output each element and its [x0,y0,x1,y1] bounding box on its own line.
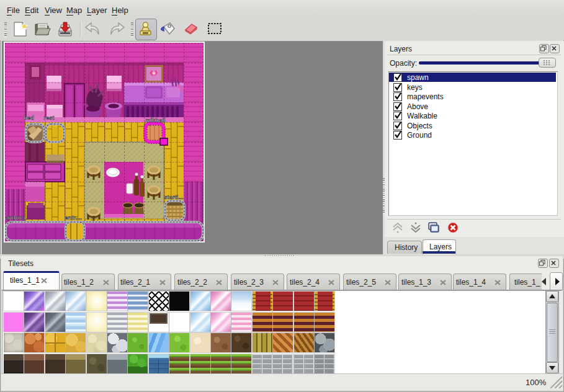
svg-text:rest: rest [43,114,55,121]
svg-text:starti...: starti... [164,194,183,200]
svg-text:entr....: entr.... [65,214,82,221]
svg-text:mikhail: mikhail [145,117,166,123]
svg-text:andor:1: andor:1 [5,214,27,221]
svg-text:bed: bed [24,114,34,121]
